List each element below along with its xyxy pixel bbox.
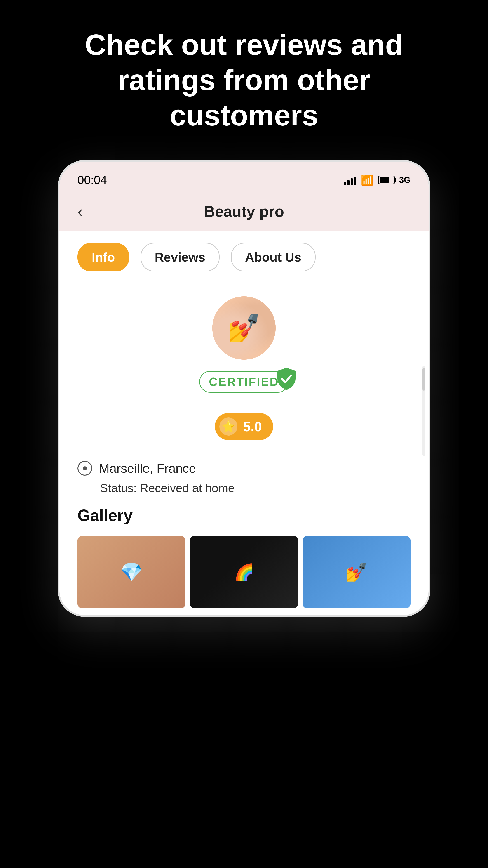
status-time: 00:04 xyxy=(77,173,107,187)
certified-label: CERTIFIED xyxy=(209,375,279,389)
star-icon: ⭐ xyxy=(219,417,237,436)
gallery-thumb-3[interactable]: 💅 xyxy=(302,536,411,608)
back-button[interactable]: ‹ xyxy=(77,202,83,221)
battery-label: 3G xyxy=(399,175,411,185)
scrollbar[interactable] xyxy=(422,366,425,456)
rating-badge: ⭐ 5.0 xyxy=(215,413,273,440)
status-text: Status: Received at home xyxy=(77,481,411,495)
status-bar: 00:04 📶 3G xyxy=(59,162,429,196)
certified-shield-icon xyxy=(275,366,298,392)
tab-about[interactable]: About Us xyxy=(231,243,316,272)
gallery-title: Gallery xyxy=(77,506,411,525)
nav-bar: ‹ Beauty pro xyxy=(59,196,429,231)
signal-icon xyxy=(344,175,356,185)
wifi-icon: 📶 xyxy=(361,174,373,186)
location-row: Marseille, France xyxy=(77,461,411,475)
avatar-image xyxy=(213,296,275,360)
gallery-thumb-2[interactable]: 🌈 xyxy=(190,536,298,608)
gallery-thumb-1[interactable]: 💎 xyxy=(77,536,186,608)
scrollbar-thumb[interactable] xyxy=(422,368,425,391)
battery-icon xyxy=(378,176,395,184)
location-icon xyxy=(77,461,92,475)
phone-mockup: 00:04 📶 3G ‹ Beauty pro Info Reviews Abo… xyxy=(58,160,430,617)
tab-reviews[interactable]: Reviews xyxy=(140,243,220,272)
gallery-row: 💎 🌈 💅 xyxy=(77,536,411,608)
rating-value: 5.0 xyxy=(243,419,262,434)
tab-info[interactable]: Info xyxy=(77,243,129,272)
avatar xyxy=(213,296,275,360)
profile-section: CERTIFIED ⭐ 5.0 xyxy=(59,283,429,454)
page-title: Beauty pro xyxy=(204,203,284,220)
location-text: Marseille, France xyxy=(99,461,196,475)
info-section: Marseille, France Status: Received at ho… xyxy=(59,454,429,615)
certified-badge-wrapper: CERTIFIED xyxy=(199,371,289,402)
tab-bar: Info Reviews About Us xyxy=(59,231,429,283)
hero-heading: Check out reviews and ratings from other… xyxy=(29,0,459,160)
status-icons: 📶 3G xyxy=(344,174,411,186)
